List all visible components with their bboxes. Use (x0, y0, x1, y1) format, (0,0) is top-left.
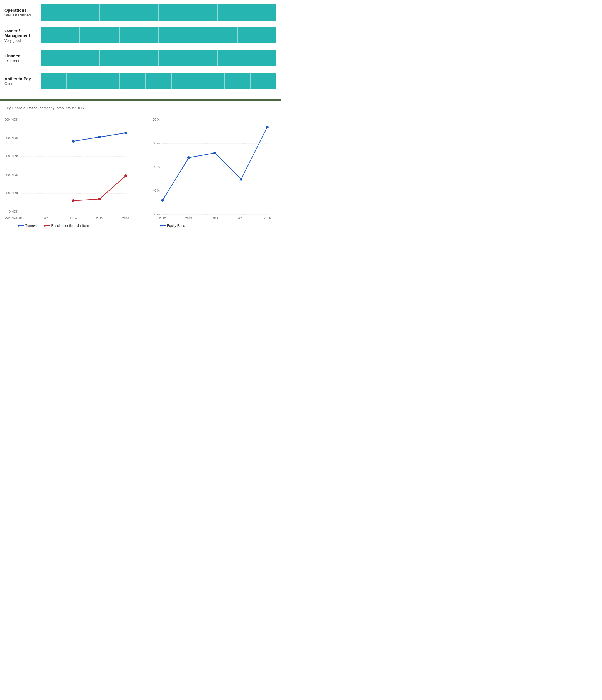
bar-segment (248, 50, 276, 66)
bar-segment (159, 27, 198, 44)
left-chart-legend: Turnover Result after financial items (4, 224, 135, 228)
svg-point-20 (124, 131, 127, 134)
bar-segment (251, 73, 276, 89)
finance-label: Finance Excellent (4, 53, 41, 63)
svg-point-19 (98, 136, 101, 139)
owner-management-category: Owner / Management (4, 28, 41, 38)
svg-text:2016: 2016 (122, 217, 129, 220)
bar-segment (218, 50, 248, 66)
bar-segment (120, 27, 159, 44)
svg-text:60 %: 60 % (153, 142, 160, 145)
owner-management-row: Owner / Management Very good (4, 27, 276, 44)
operations-row: Operations Well established (4, 4, 276, 21)
turnover-legend-item: Turnover (18, 224, 39, 228)
owner-management-value: Very good (4, 39, 41, 43)
svg-text:70 %: 70 % (153, 118, 160, 121)
result-legend-icon (44, 224, 50, 227)
bar-segment (100, 50, 129, 66)
svg-text:2015: 2015 (238, 217, 245, 220)
financial-section: Key Financial Ratios (company) amounts i… (0, 103, 281, 232)
svg-marker-49 (160, 225, 161, 227)
bar-segment (120, 73, 146, 89)
svg-point-22 (98, 198, 101, 200)
ratings-section: Operations Well established Owner / Mana… (0, 0, 281, 98)
svg-point-43 (161, 199, 164, 202)
left-chart-area: 500 000 tNOK 400 000 tNOK 300 000 tNOK 2… (4, 116, 135, 222)
left-chart-wrapper: 500 000 tNOK 400 000 tNOK 300 000 tNOK 2… (4, 116, 135, 228)
left-chart-svg: 500 000 tNOK 400 000 tNOK 300 000 tNOK 2… (4, 116, 135, 222)
ability-to-pay-value: Good (4, 82, 41, 86)
bar-segment (70, 50, 100, 66)
bar-segment (198, 27, 237, 44)
svg-text:30 %: 30 % (153, 212, 160, 216)
svg-text:40 %: 40 % (153, 189, 160, 192)
svg-text:2014: 2014 (211, 217, 218, 220)
operations-value: Well established (4, 13, 41, 17)
svg-text:2013: 2013 (185, 217, 192, 220)
operations-label: Operations Well established (4, 8, 41, 17)
ability-to-pay-label: Ability to Pay Good (4, 76, 41, 86)
svg-point-18 (72, 140, 75, 143)
svg-point-45 (214, 152, 216, 154)
bar-segment (159, 50, 189, 66)
result-legend-item: Result after financial items (44, 224, 91, 228)
svg-text:500 000 tNOK: 500 000 tNOK (4, 118, 18, 121)
svg-point-44 (187, 156, 190, 159)
owner-management-bar (41, 27, 276, 44)
turnover-legend-icon (18, 224, 24, 227)
ability-to-pay-row: Ability to Pay Good (4, 73, 276, 89)
svg-text:0 NOK: 0 NOK (9, 210, 18, 213)
ability-to-pay-bar (41, 73, 276, 89)
svg-text:-100 000 tNOK: -100 000 tNOK (4, 216, 18, 219)
bar-segment (159, 4, 218, 21)
finance-value: Excellent (4, 59, 41, 63)
svg-marker-27 (44, 225, 46, 227)
bar-segment (198, 73, 224, 89)
bar-segment (238, 27, 276, 44)
bar-segment (93, 73, 119, 89)
finance-row: Finance Excellent (4, 50, 276, 66)
svg-point-47 (266, 126, 269, 128)
svg-text:100 000 tNOK: 100 000 tNOK (4, 192, 18, 195)
bar-segment (41, 27, 80, 44)
right-chart-svg: 70 % 60 % 50 % 40 % 30 % 2012 2013 2014 … (146, 116, 276, 222)
svg-point-46 (240, 178, 243, 180)
bar-segment (41, 4, 100, 21)
svg-text:2016: 2016 (264, 217, 271, 220)
bar-segment (41, 50, 70, 66)
equity-legend-item: Equity Ratio (160, 224, 185, 228)
right-chart-area: 70 % 60 % 50 % 40 % 30 % 2012 2013 2014 … (146, 116, 276, 222)
svg-marker-25 (18, 225, 20, 227)
finance-category: Finance (4, 53, 41, 58)
equity-legend-icon (160, 224, 166, 227)
bar-segment (225, 73, 251, 89)
finance-bar (41, 50, 276, 66)
turnover-legend-label: Turnover (25, 224, 39, 228)
svg-text:50 %: 50 % (153, 165, 160, 169)
equity-legend-label: Equity Ratio (167, 224, 185, 228)
bar-segment (41, 73, 67, 89)
bar-segment (146, 73, 172, 89)
svg-text:200 000 tNOK: 200 000 tNOK (4, 173, 18, 176)
bar-segment (80, 27, 119, 44)
bar-segment (218, 4, 276, 21)
bar-segment (129, 50, 159, 66)
right-chart-legend: Equity Ratio (146, 224, 276, 228)
bar-segment (100, 4, 159, 21)
operations-bar (41, 4, 276, 21)
owner-management-label: Owner / Management Very good (4, 28, 41, 43)
svg-point-21 (72, 199, 75, 202)
svg-point-23 (124, 174, 127, 177)
svg-text:2013: 2013 (44, 217, 50, 220)
financial-title: Key Financial Ratios (company) amounts i… (4, 106, 276, 110)
svg-text:300 000 tNOK: 300 000 tNOK (4, 155, 18, 158)
svg-text:2012: 2012 (159, 217, 166, 220)
bar-segment (67, 73, 93, 89)
operations-category: Operations (4, 8, 41, 12)
charts-row: 500 000 tNOK 400 000 tNOK 300 000 tNOK 2… (4, 116, 276, 228)
svg-text:400 000 tNOK: 400 000 tNOK (4, 136, 18, 140)
svg-text:2012: 2012 (18, 217, 24, 220)
right-chart-wrapper: 70 % 60 % 50 % 40 % 30 % 2012 2013 2014 … (146, 116, 276, 228)
svg-text:2014: 2014 (70, 217, 77, 220)
bar-segment (172, 73, 198, 89)
